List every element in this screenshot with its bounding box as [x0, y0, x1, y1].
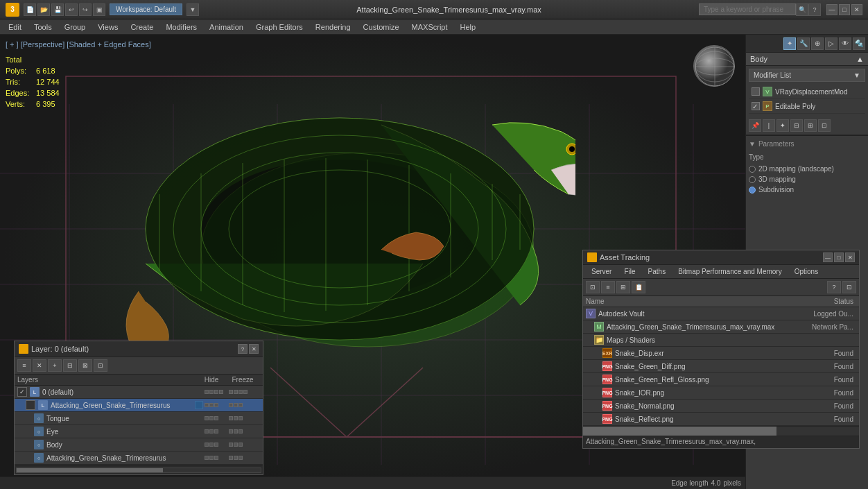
- menu-maxscript[interactable]: MAXScript: [406, 22, 453, 33]
- asset-row-reflect[interactable]: PNG Snake_Reflect.png Found: [583, 413, 859, 426]
- layer-scroll-thumb[interactable]: [17, 468, 163, 472]
- layer-help-button[interactable]: ?: [238, 344, 248, 354]
- open-btn[interactable]: 📂: [37, 3, 50, 16]
- modifier-list-dropdown[interactable]: ▼: [853, 71, 860, 79]
- layer-row-snake-sub[interactable]: ○ Attacking_Green_Snake_Trimeresurus: [15, 452, 263, 465]
- maximize-button[interactable]: □: [839, 4, 850, 15]
- layer-row-tongue[interactable]: ○ Tongue: [15, 412, 263, 425]
- menu-graph-editors[interactable]: Graph Editors: [250, 22, 309, 33]
- asset-row-diff[interactable]: PNG Snake_Green_Diff.png Found: [583, 360, 859, 373]
- body-expand-arrow[interactable]: ▲: [856, 55, 864, 63]
- asset-row-normal[interactable]: PNG Snake_Normal.png Found: [583, 400, 859, 413]
- layer-tool-list[interactable]: ≡: [17, 359, 31, 372]
- select-icon[interactable]: ▣: [93, 3, 105, 16]
- layer-tool-config[interactable]: ⊡: [94, 359, 107, 372]
- layer-row-snake[interactable]: L Attacking_Green_Snake_Trimeresurus: [15, 399, 263, 412]
- parameters-arrow[interactable]: ▼: [749, 140, 756, 148]
- menu-views[interactable]: Views: [92, 22, 123, 33]
- asset-row-file[interactable]: M Attacking_Green_Snake_Trimeresurus_max…: [583, 320, 859, 334]
- save-btn[interactable]: 💾: [51, 3, 64, 16]
- snake-layer-check[interactable]: [26, 400, 35, 410]
- asset-tool-2[interactable]: ≡: [601, 281, 615, 293]
- freeze-dot-1: [229, 390, 233, 394]
- radio-3d-mapping[interactable]: 3D mapping: [749, 174, 865, 185]
- radio-subdivision[interactable]: Subdivision: [749, 185, 865, 195]
- asset-menu-bitmap[interactable]: Bitmap Performance and Memory: [672, 266, 788, 277]
- new-btn[interactable]: 📄: [24, 3, 36, 16]
- asset-menu-paths[interactable]: Paths: [643, 266, 672, 277]
- menu-edit[interactable]: Edit: [3, 22, 27, 33]
- menu-animation[interactable]: Animation: [204, 22, 249, 33]
- radio-2d-mapping[interactable]: 2D mapping (landscape): [749, 164, 865, 174]
- asset-tool-help[interactable]: ?: [827, 281, 841, 293]
- search-icon[interactable]: 🔍: [796, 3, 808, 16]
- menu-rendering[interactable]: Rendering: [310, 22, 356, 33]
- asset-menu-options[interactable]: Options: [789, 266, 824, 277]
- undo-btn[interactable]: ↩: [65, 3, 78, 16]
- close-button[interactable]: ✕: [851, 4, 862, 15]
- layer-row-body[interactable]: ○ Body: [15, 438, 263, 452]
- asset-tool-1[interactable]: ⊡: [586, 281, 600, 293]
- search-input[interactable]: [699, 3, 796, 15]
- menu-create[interactable]: Create: [125, 22, 159, 33]
- layer-row-eye[interactable]: ○ Eye: [15, 425, 263, 438]
- asset-row-vault[interactable]: V Autodesk Vault Logged Ou...: [583, 307, 859, 320]
- menu-tools[interactable]: Tools: [28, 22, 58, 33]
- mod-tool-vertex[interactable]: ✦: [776, 119, 789, 132]
- asset-row-disp[interactable]: EXR Snake_Disp.exr Found: [583, 347, 859, 360]
- layer-scroll-track[interactable]: [16, 467, 261, 473]
- asset-close-button[interactable]: ✕: [845, 252, 855, 262]
- modifier-list-bar[interactable]: Modifier List ▼: [749, 69, 865, 82]
- asset-menu-file[interactable]: File: [618, 266, 641, 277]
- help-icon[interactable]: ?: [808, 3, 821, 16]
- workspace-dropdown[interactable]: ▼: [186, 3, 199, 16]
- redo-btn[interactable]: ↪: [79, 3, 92, 16]
- layer-tool-hide[interactable]: ⊠: [78, 359, 92, 372]
- navigation-sphere[interactable]: [693, 45, 735, 87]
- asset-row-ior[interactable]: PNG Snake_IOR.png Found: [583, 386, 859, 400]
- modifier-item-vray[interactable]: V VRayDisplacementMod: [749, 85, 865, 99]
- layer-0-check[interactable]: ✓: [17, 387, 27, 397]
- workspace-button[interactable]: Workspace: Default: [110, 3, 182, 15]
- mod-tool-select[interactable]: |: [763, 119, 775, 132]
- asset-tool-config[interactable]: ⊡: [842, 281, 856, 293]
- layer-tool-delete[interactable]: ✕: [33, 359, 46, 372]
- mod-tool-edge[interactable]: ⊟: [790, 119, 803, 132]
- mod-tool-config[interactable]: ⊡: [818, 119, 831, 132]
- modifier-check-vray[interactable]: [752, 87, 760, 96]
- create-panel-icon[interactable]: ✦: [783, 37, 796, 50]
- asset-scroll-track[interactable]: [583, 427, 859, 436]
- menu-modifiers[interactable]: Modifiers: [160, 22, 202, 33]
- asset-tool-4[interactable]: 📋: [632, 281, 645, 293]
- asset-tool-3[interactable]: ⊞: [616, 281, 630, 293]
- asset-row-gloss[interactable]: PNG Snake_Green_Refl_Gloss.png Found: [583, 373, 859, 386]
- layer-tool-add[interactable]: +: [48, 359, 62, 372]
- layer-tool-freeze[interactable]: ⊟: [63, 359, 77, 372]
- display-panel-icon[interactable]: 👁: [839, 37, 851, 50]
- asset-scroll-thumb[interactable]: [583, 427, 776, 436]
- snake-freeze-dots: [229, 403, 260, 407]
- file-icon: M: [594, 322, 604, 332]
- asset-min-button[interactable]: —: [823, 252, 833, 262]
- modifier-check-poly[interactable]: ✓: [752, 102, 760, 110]
- hierarchy-panel-icon[interactable]: ⊕: [811, 37, 824, 50]
- menu-customize[interactable]: Customize: [358, 22, 405, 33]
- menu-help[interactable]: Help: [455, 22, 482, 33]
- modifier-item-poly[interactable]: ✓ P Editable Poly: [749, 99, 865, 114]
- layer-scrollbar[interactable]: [15, 465, 263, 474]
- asset-max-button[interactable]: □: [834, 252, 844, 262]
- asset-scrollbar[interactable]: [583, 426, 859, 436]
- layer-close-button[interactable]: ✕: [249, 344, 259, 354]
- menu-group[interactable]: Group: [59, 22, 92, 33]
- mod-tool-pin[interactable]: 📌: [749, 119, 761, 132]
- modify-panel-icon[interactable]: 🔧: [797, 37, 810, 50]
- motion-panel-icon[interactable]: ▷: [825, 37, 837, 50]
- mod-tool-face[interactable]: ⊞: [804, 119, 817, 132]
- layer-row-0[interactable]: ✓ L 0 (default): [15, 386, 263, 399]
- utilities-panel-icon[interactable]: 🔩: [853, 37, 865, 50]
- asset-menu-server[interactable]: Server: [586, 266, 617, 277]
- minimize-button[interactable]: —: [826, 4, 837, 15]
- app-icon: 3: [6, 3, 19, 17]
- asset-row-maps[interactable]: 📁 Maps / Shaders: [583, 334, 859, 347]
- menu-bar: Edit Tools Group Views Create Modifiers …: [0, 19, 868, 35]
